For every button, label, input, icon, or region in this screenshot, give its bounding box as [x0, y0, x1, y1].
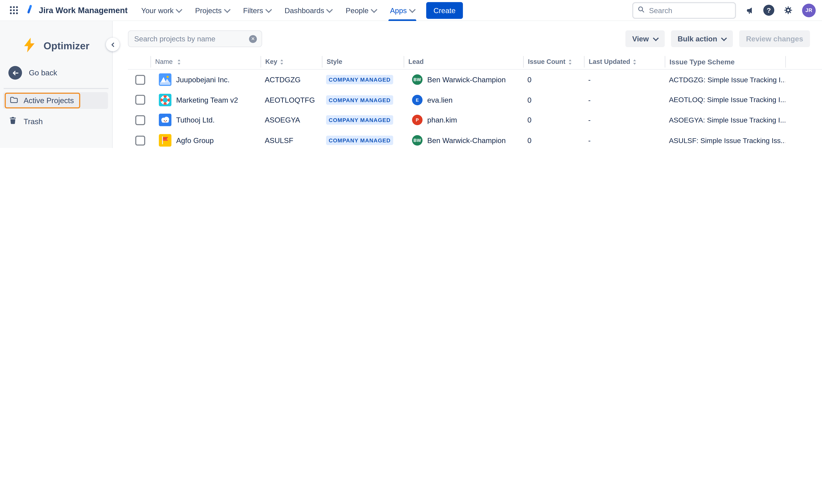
nav-item-label: People: [346, 6, 369, 14]
table-actions: View Bulk action Review changes: [626, 30, 810, 47]
issue-type-scheme: AEOTLOQ: Simple Issue Tracking I...: [665, 96, 785, 104]
nav-item-label: Dashboards: [285, 6, 324, 14]
go-back-label: Go back: [29, 69, 57, 77]
nav-item-dashboards[interactable]: Dashboards: [285, 0, 332, 21]
nav-item-people[interactable]: People: [346, 0, 377, 21]
table-row[interactable]: Marketing Team v2 AEOTLOQTFG COMPANY MAN…: [128, 90, 822, 110]
column-label: Name: [155, 58, 172, 66]
column-header-count[interactable]: Issue Count: [523, 56, 584, 67]
view-label: View: [632, 34, 649, 43]
app-window: Jira Work Management Your workProjectsFi…: [0, 0, 822, 148]
issue-type-scheme: ACTDGZG: Simple Issue Tracking I...: [665, 76, 785, 84]
style-cell: COMPANY MANAGED: [322, 136, 404, 145]
row-checkbox[interactable]: [135, 135, 145, 146]
user-avatar[interactable]: JR: [802, 3, 816, 17]
project-key: ACTDGZG: [261, 76, 322, 84]
column-label: Last Updated: [589, 58, 630, 66]
app-name: Optimizer: [44, 40, 89, 52]
table-row[interactable]: Agfo Group ASULSF COMPANY MANAGED BW Ben…: [128, 130, 822, 148]
announcements-megaphone-icon[interactable]: [745, 5, 754, 15]
nav-item-your-work[interactable]: Your work: [141, 0, 181, 21]
lead-name: phan.kim: [427, 116, 457, 124]
name-cell: Marketing Team v2: [150, 94, 261, 106]
sidebar-item-trash[interactable]: Trash: [3, 113, 108, 130]
sidebar-collapse-button[interactable]: [106, 38, 119, 51]
table-header: NameKeyStyleLeadIssue CountLast UpdatedI…: [128, 55, 822, 70]
nav-item-label: Your work: [141, 6, 173, 14]
column-header-updated[interactable]: Last Updated: [584, 56, 665, 67]
style-badge: COMPANY MANAGED: [326, 136, 393, 145]
lead-name: eva.lien: [427, 96, 453, 104]
bulk-action-label: Bulk action: [678, 34, 717, 43]
go-back-button[interactable]: Go back: [8, 66, 57, 80]
project-name[interactable]: Tuthooj Ltd.: [176, 116, 215, 124]
main-content: ✕ View Bulk action Review changes NameKe…: [113, 21, 822, 148]
view-dropdown-button[interactable]: View: [626, 30, 665, 47]
lead-avatar: P: [412, 115, 422, 125]
sidebar-item-active-projects[interactable]: Active Projects: [3, 92, 108, 109]
bulk-action-dropdown-button[interactable]: Bulk action: [671, 30, 733, 47]
row-checkbox[interactable]: [135, 115, 145, 125]
row-checkbox-cell: [128, 95, 150, 105]
chevron-down-icon: [176, 6, 182, 13]
nav-item-projects[interactable]: Projects: [195, 0, 230, 21]
row-checkbox-cell: [128, 115, 150, 125]
app-switcher-icon[interactable]: [6, 3, 21, 18]
project-name[interactable]: Marketing Team v2: [176, 96, 238, 104]
sort-icon[interactable]: [633, 58, 637, 65]
style-badge: COMPANY MANAGED: [326, 115, 393, 125]
table-row[interactable]: Juupobejani Inc. ACTDGZG COMPANY MANAGED…: [128, 70, 822, 90]
project-name[interactable]: Agfo Group: [176, 136, 214, 145]
jira-brand[interactable]: Jira Work Management: [24, 4, 127, 17]
lightning-bolt-icon: [21, 36, 38, 57]
clear-search-icon[interactable]: ✕: [249, 35, 257, 43]
project-key: AEOTLOQTFG: [261, 96, 322, 104]
navbar-right: ? JR: [632, 2, 816, 19]
chevron-down-icon: [265, 6, 272, 13]
column-label: Lead: [408, 58, 424, 66]
review-changes-button[interactable]: Review changes: [739, 30, 810, 47]
sidebar: Optimizer Go back Active Projects Trash: [0, 21, 113, 148]
sidebar-item-label: Trash: [23, 117, 43, 126]
create-button[interactable]: Create: [426, 2, 463, 19]
trash-icon: [9, 116, 17, 127]
lead-name: Ben Warwick-Champion: [427, 76, 506, 84]
sort-icon[interactable]: [568, 58, 571, 65]
search-icon: [638, 5, 645, 15]
nav-item-filters[interactable]: Filters: [243, 0, 271, 21]
table-row[interactable]: Tuthooj Ltd. ASOEGYA COMPANY MANAGED P p…: [128, 110, 822, 130]
folder-icon: [9, 95, 18, 106]
help-icon[interactable]: ?: [763, 5, 774, 16]
global-search[interactable]: [632, 2, 736, 19]
product-title: Jira Work Management: [39, 5, 127, 15]
issue-type-scheme: ASOEGYA: Simple Issue Tracking I...: [665, 116, 785, 124]
project-name[interactable]: Juupobejani Inc.: [176, 76, 230, 84]
chevron-down-icon: [371, 6, 377, 13]
column-header-name[interactable]: Name: [150, 56, 261, 67]
sort-icon[interactable]: [280, 58, 284, 65]
column-header-key[interactable]: Key: [261, 56, 322, 67]
project-search-input[interactable]: [133, 34, 245, 43]
chevron-down-icon: [326, 6, 333, 13]
column-label: Style: [327, 58, 342, 66]
nav-item-apps[interactable]: Apps: [390, 0, 415, 21]
name-cell: Juupobejani Inc.: [150, 73, 261, 86]
sort-icon[interactable]: [177, 58, 181, 65]
table-body: Juupobejani Inc. ACTDGZG COMPANY MANAGED…: [128, 70, 822, 148]
review-changes-label: Review changes: [746, 34, 803, 43]
project-key: ASOEGYA: [261, 116, 322, 124]
project-search[interactable]: ✕: [128, 30, 262, 47]
global-search-input[interactable]: [648, 5, 731, 15]
row-checkbox[interactable]: [135, 75, 145, 85]
settings-gear-icon[interactable]: [783, 5, 793, 15]
main-navigation: Your workProjectsFiltersDashboardsPeople…: [141, 0, 415, 21]
nav-item-label: Projects: [195, 6, 222, 14]
row-checkbox[interactable]: [135, 95, 145, 105]
issue-count: 0: [523, 76, 584, 84]
last-updated: -: [584, 136, 665, 145]
project-avatar-icon: [159, 134, 171, 147]
column-header-style: Style: [322, 56, 404, 67]
chevron-down-icon: [409, 6, 416, 13]
last-updated: -: [584, 76, 665, 84]
row-checkbox-cell: [128, 75, 150, 85]
